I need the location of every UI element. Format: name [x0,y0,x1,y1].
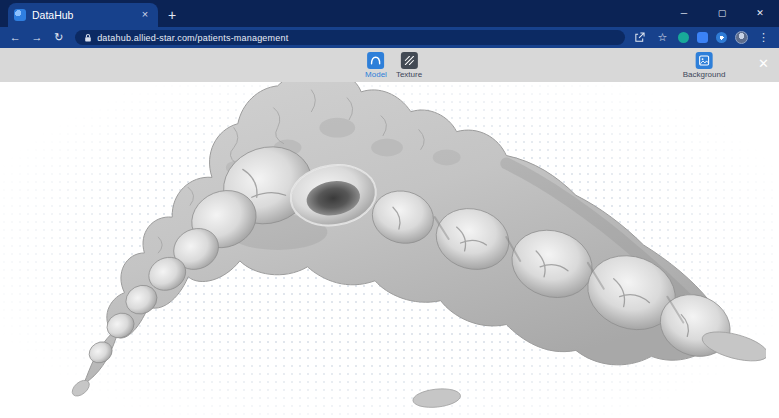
reload-button[interactable]: ↻ [51,32,66,43]
new-tab-button[interactable]: + [168,7,176,23]
tool-model-label: Model [365,71,387,79]
navbar-actions: ☆ ⋮ [632,31,771,44]
forward-button[interactable]: → [30,32,45,43]
tool-texture-button[interactable]: Texture [396,52,422,79]
window-minimize-button[interactable]: ─ [665,0,703,27]
tool-texture-label: Texture [396,71,422,79]
tab-title: DataHub [32,9,132,21]
window-controls: ─ ▢ ✕ [665,0,779,27]
background-icon [695,52,712,69]
extension-icon-2[interactable] [697,32,708,43]
scan-viewer: Model Texture Background ✕ [0,48,779,418]
texture-icon [400,52,417,69]
tool-model-button[interactable]: Model [365,52,387,79]
tool-background-label: Background [683,71,726,79]
viewer-close-button[interactable]: ✕ [758,57,769,70]
extension-icon-3[interactable] [716,32,727,43]
model-arch-icon [367,52,384,69]
browser-tab-datahub[interactable]: DataHub × [8,3,158,27]
window-maximize-button[interactable]: ▢ [703,0,741,27]
back-button[interactable]: ← [8,32,23,43]
profile-avatar[interactable] [735,31,748,44]
browser-window: DataHub × + ─ ▢ ✕ ← → ↻ datahub.allied-s… [0,0,779,418]
viewer-toolbar: Model Texture Background ✕ [0,48,779,82]
dental-scan-3d-model[interactable] [8,68,766,416]
bookmark-star-icon[interactable]: ☆ [655,32,670,43]
browser-menu-icon[interactable]: ⋮ [756,32,771,43]
address-bar[interactable]: datahub.allied-star.com/patients-managem… [75,30,625,45]
tab-close-icon[interactable]: × [138,8,152,22]
share-icon[interactable] [632,32,647,43]
site-favicon-icon [14,9,26,21]
extension-icon-1[interactable] [678,32,689,43]
window-close-button[interactable]: ✕ [741,0,779,27]
browser-navbar: ← → ↻ datahub.allied-star.com/patients-m… [0,27,779,48]
url-text: datahub.allied-star.com/patients-managem… [97,33,288,43]
lock-icon [84,33,92,43]
tool-background-button[interactable]: Background [683,52,726,79]
browser-titlebar: DataHub × + ─ ▢ ✕ [0,0,779,27]
